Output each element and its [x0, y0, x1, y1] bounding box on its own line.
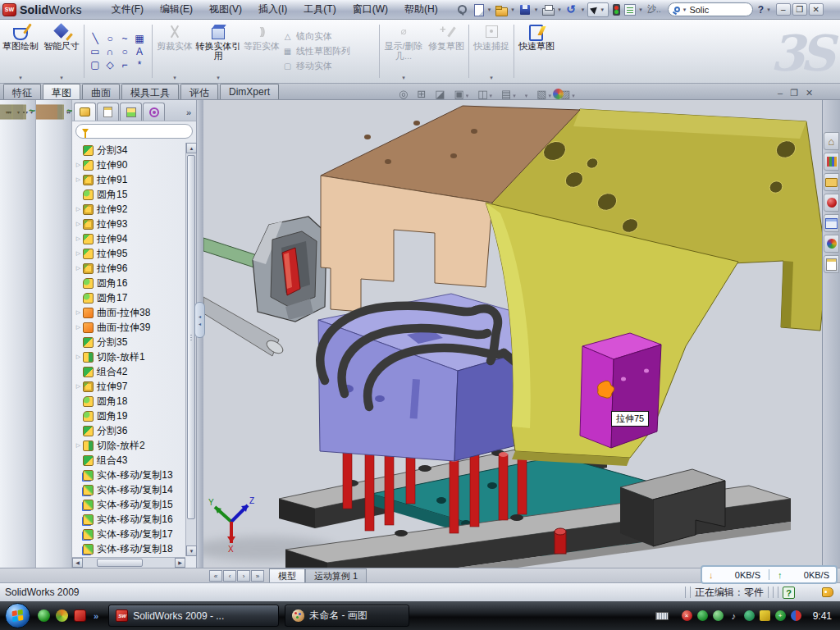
task-pane-tab[interactable]	[824, 153, 839, 171]
expand-arrow-icon[interactable]	[74, 453, 83, 468]
graphics-area[interactable]: 拉伸75 Y Z X	[203, 100, 822, 568]
tree-item[interactable]: 圆角19	[74, 409, 185, 423]
select-dropdown-icon[interactable]: ▾	[600, 7, 604, 13]
expand-arrow-icon[interactable]	[74, 409, 83, 423]
sketch-entity-button[interactable]: ▭	[88, 45, 103, 58]
expand-arrow-icon[interactable]	[74, 172, 83, 187]
tree-item[interactable]: 实体-移动/复制13	[74, 468, 185, 482]
convert-dropdown-icon[interactable]: ▾	[217, 75, 220, 81]
expand-arrow-icon[interactable]	[74, 527, 83, 541]
select-tool-button[interactable]: ▾	[587, 2, 609, 17]
tree-item[interactable]: 拉伸94	[74, 231, 185, 246]
sketch-dropdown-icon[interactable]: ▾	[19, 75, 22, 81]
move-entities-button[interactable]: ▢移动实体	[282, 59, 377, 73]
network-warning-tray-icon[interactable]	[760, 610, 770, 621]
messenger-tray-icon[interactable]	[791, 610, 801, 621]
expand-arrow-icon[interactable]	[74, 305, 83, 320]
expand-arrow-icon[interactable]	[74, 379, 83, 394]
feature-tool-button[interactable]	[25, 104, 26, 120]
menu-item[interactable]: 视图(V)	[201, 0, 250, 19]
tree-item[interactable]: 实体-移动/复制16	[74, 512, 185, 527]
antivirus-tray-icon[interactable]	[697, 610, 708, 621]
mirror-entities-button[interactable]: △镜向实体	[282, 30, 377, 43]
health-tray-icon[interactable]: +	[775, 610, 786, 621]
expand-arrow-icon[interactable]	[74, 335, 83, 349]
close-button[interactable]: ✕	[809, 3, 824, 16]
tree-item[interactable]: 切除-放样2	[74, 438, 185, 453]
view-tool-icon[interactable]: ▤	[501, 88, 516, 100]
menu-item[interactable]: 插入(I)	[250, 0, 295, 19]
expand-arrow-icon[interactable]	[74, 261, 83, 276]
magenta-block-body[interactable]	[580, 333, 661, 448]
smart-dimension-button[interactable]: 智能尺寸▾	[41, 20, 82, 83]
task-pane-tab[interactable]	[824, 214, 839, 232]
scroll-up-icon[interactable]: ▲	[186, 143, 197, 153]
expand-arrow-icon[interactable]	[74, 246, 83, 261]
tree-filter-input[interactable]	[75, 124, 193, 139]
doc-minimize-button[interactable]: –	[778, 88, 783, 98]
tree-item[interactable]: 拉伸91	[74, 172, 185, 187]
smart-dimension-dropdown-icon[interactable]: ▾	[60, 75, 63, 81]
new-dropdown-icon[interactable]: ▾	[488, 7, 491, 13]
expand-arrow-icon[interactable]	[74, 217, 83, 231]
tree-item[interactable]: 实体-移动/复制18	[74, 541, 185, 556]
taskbar-clock[interactable]: 9:41	[813, 610, 832, 622]
expand-arrow-icon[interactable]	[74, 349, 83, 364]
open-dropdown-icon[interactable]: ▾	[511, 7, 514, 13]
sketch-entity-button[interactable]: *	[132, 58, 147, 71]
view-tool-icon[interactable]: ◪	[435, 88, 445, 100]
scrollbar-thumb[interactable]	[97, 559, 143, 567]
expand-arrow-icon[interactable]	[74, 497, 83, 512]
quicklaunch-overflow-chevron[interactable]: »	[94, 611, 98, 621]
volume-tray-icon[interactable]: ♪	[728, 610, 739, 621]
sketch-entity-button[interactable]: A	[132, 45, 147, 58]
sheet-nav-button[interactable]: »	[251, 570, 264, 582]
expand-arrow-icon[interactable]	[74, 187, 83, 202]
rapid-sketch-button[interactable]: 快速草图	[516, 20, 557, 83]
menu-item[interactable]: 编辑(E)	[152, 0, 201, 19]
sketch-entity-button[interactable]: ∩	[103, 45, 117, 58]
scroll-left-icon[interactable]: ◀	[72, 558, 83, 568]
sheet-nav-button[interactable]: «	[209, 570, 222, 582]
quick-snaps-button[interactable]: 快速捕捉▾	[471, 20, 512, 83]
tree-item[interactable]: 分割35	[74, 335, 185, 349]
input-method-keyboard-icon[interactable]	[655, 612, 669, 620]
taskbar-window-button[interactable]: 未命名 - 画图	[285, 605, 409, 627]
options-checklist-button[interactable]	[624, 4, 636, 16]
help-button[interactable]: ?	[758, 4, 764, 16]
ribbon-tab[interactable]: 评估	[180, 84, 218, 99]
expand-arrow-icon[interactable]	[74, 202, 83, 217]
sheet-tab[interactable]: 模型	[269, 568, 305, 583]
tree-item[interactable]: 曲面-拉伸38	[74, 305, 185, 320]
expand-arrow-icon[interactable]	[74, 468, 83, 482]
ribbon-tab[interactable]: 曲面	[82, 84, 120, 99]
tree-item[interactable]: 分割36	[74, 423, 185, 438]
tree-item[interactable]: 拉伸92	[74, 202, 185, 217]
clamp-body[interactable]	[253, 217, 326, 322]
task-pane-tab[interactable]	[824, 132, 839, 150]
tree-item[interactable]: 组合42	[74, 364, 185, 379]
print-button[interactable]	[541, 3, 555, 16]
sketch-entity-button[interactable]: ⌐	[117, 58, 132, 71]
menu-item[interactable]: 窗口(W)	[345, 0, 396, 19]
tree-item[interactable]: 拉伸97	[74, 379, 185, 394]
quick-tips-icon[interactable]: ?	[783, 587, 795, 599]
trim-entities-button[interactable]: 剪裁实体▾	[154, 20, 195, 83]
view-tool-icon[interactable]: ▧	[536, 88, 551, 100]
sketch-button[interactable]: 草图绘制▾	[0, 20, 41, 83]
featuremanager-tab[interactable]	[74, 103, 96, 121]
linear-sketch-pattern-button[interactable]: ▦线性草图阵列	[282, 44, 377, 58]
task-pane-tab[interactable]	[824, 235, 839, 253]
display-delete-dropdown-icon[interactable]: ▾	[402, 75, 405, 81]
solidworks-quicklaunch-icon[interactable]	[74, 609, 86, 622]
sketch-entity-button[interactable]: ○	[103, 32, 117, 45]
tree-item[interactable]: 拉伸96	[74, 261, 185, 276]
sheet-nav-button[interactable]: ‹	[223, 570, 236, 582]
undo-button[interactable]: ↺	[564, 3, 578, 16]
expand-arrow-icon[interactable]	[74, 438, 83, 453]
scroll-right-icon[interactable]: ▶	[175, 558, 185, 568]
tree-item[interactable]: 拉伸90	[74, 158, 185, 172]
doc-close-button[interactable]: ✕	[806, 88, 813, 98]
expand-arrow-icon[interactable]	[74, 482, 83, 497]
security-alert-tray-icon[interactable]: ×	[682, 610, 692, 621]
